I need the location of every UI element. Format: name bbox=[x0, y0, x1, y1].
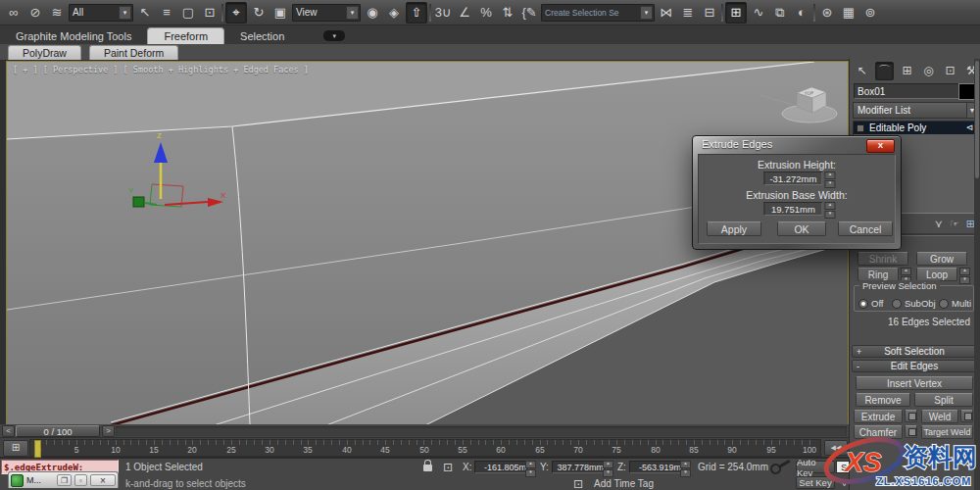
y-coord-field[interactable] bbox=[552, 461, 607, 473]
dialog-title[interactable]: Extrude Edges bbox=[702, 138, 772, 150]
angle-snap-icon[interactable]: ∠ bbox=[455, 3, 474, 23]
percent-snap-icon[interactable]: % bbox=[476, 3, 496, 23]
viewport-label[interactable]: [ + ] [ Perspective ] [ Smooth + Highlig… bbox=[13, 65, 309, 74]
mini-curve-editor-button[interactable]: ⊞ bbox=[3, 440, 28, 457]
tab-selection[interactable]: Selection bbox=[224, 28, 300, 44]
panel-scrollbar[interactable] bbox=[974, 59, 980, 490]
time-prev-button[interactable]: < bbox=[2, 425, 15, 437]
extrusion-height-field[interactable] bbox=[763, 172, 822, 185]
tab-polydraw[interactable]: PolyDraw bbox=[8, 45, 81, 60]
ok-button[interactable]: OK bbox=[777, 221, 826, 236]
loop-spinner[interactable]: ▲▼ bbox=[959, 268, 970, 284]
keyboard-override-icon[interactable]: ⇧ bbox=[406, 2, 427, 24]
stack-item-editable-poly[interactable]: Editable Poly ⊲ bbox=[854, 122, 976, 134]
render-setup-icon[interactable]: ⊛ bbox=[817, 3, 837, 23]
extrusion-height-spinner[interactable]: ▲▼ bbox=[824, 172, 835, 188]
ref-coord-system-dropdown[interactable]: View bbox=[292, 4, 361, 22]
rect-selection-region-icon[interactable]: ▢ bbox=[178, 3, 198, 23]
extrude-button[interactable]: Extrude bbox=[854, 410, 903, 423]
absolute-mode-icon[interactable]: ⊡ bbox=[443, 461, 453, 474]
x-coord-field[interactable] bbox=[474, 461, 529, 473]
align-icon[interactable]: ≣ bbox=[678, 3, 698, 23]
named-selection-set-dropdown[interactable]: Create Selection Se bbox=[541, 4, 655, 22]
separator[interactable] bbox=[721, 4, 723, 22]
add-time-tag[interactable]: Add Time Tag bbox=[594, 478, 654, 489]
tab-paint-deform[interactable]: Paint Deform bbox=[89, 45, 178, 60]
separator[interactable] bbox=[813, 4, 815, 22]
schematic-view-icon[interactable]: ⧉ bbox=[770, 3, 790, 23]
radio-subobj[interactable]: SubObj bbox=[892, 298, 936, 309]
remove-button[interactable]: Remove bbox=[856, 393, 910, 407]
separator[interactable] bbox=[429, 4, 431, 22]
insert-vertex-button[interactable]: Insert Vertex bbox=[856, 376, 973, 390]
mirror-icon[interactable]: ⋈ bbox=[657, 3, 676, 23]
select-and-rotate-icon[interactable]: ↻ bbox=[249, 3, 269, 23]
edit-named-sets-icon[interactable]: {✎ bbox=[519, 3, 539, 23]
track-bar-ruler[interactable]: 0510152025303540455055606570758085909510… bbox=[29, 439, 821, 457]
z-spinner[interactable]: ▲▼ bbox=[680, 461, 691, 477]
select-by-name-icon[interactable]: ≡ bbox=[157, 3, 176, 23]
show-end-result-icon[interactable]: ⋎ bbox=[935, 218, 943, 230]
grow-button[interactable]: Grow bbox=[916, 252, 967, 266]
select-and-manipulate-icon[interactable]: ◈ bbox=[384, 3, 404, 23]
bind-to-spacewarp-icon[interactable]: ≋ bbox=[47, 3, 67, 23]
add-time-tag-icon[interactable]: ⊡ bbox=[573, 477, 583, 490]
window-close-button[interactable]: × bbox=[90, 474, 116, 486]
tab-hierarchy-icon[interactable]: ⊞ bbox=[899, 63, 915, 79]
tab-graphite-modeling-tools[interactable]: Graphite Modeling Tools bbox=[0, 28, 147, 44]
floating-window-titlebar[interactable]: M... ❐ ▫ × bbox=[8, 471, 119, 488]
tab-create-icon[interactable]: ↖ bbox=[854, 63, 870, 79]
render-production-icon[interactable]: ⊚ bbox=[860, 3, 880, 23]
selection-filter-dropdown[interactable]: All bbox=[69, 4, 133, 22]
time-slider-handle[interactable]: 0 / 100 bbox=[16, 425, 100, 437]
radio-off[interactable]: Off bbox=[858, 298, 884, 309]
apply-button[interactable]: Apply bbox=[707, 221, 761, 236]
rendered-frame-icon[interactable]: ▦ bbox=[839, 3, 858, 23]
selection-lock-icon[interactable] bbox=[423, 465, 432, 471]
split-button[interactable]: Split bbox=[914, 393, 973, 407]
time-next-button[interactable]: > bbox=[102, 425, 115, 437]
extrusion-base-width-spinner[interactable]: ▲▼ bbox=[824, 202, 835, 219]
weld-settings-button[interactable] bbox=[960, 410, 973, 422]
set-keys-icon[interactable] bbox=[768, 462, 783, 476]
select-and-link-icon[interactable]: ∞ bbox=[4, 3, 24, 23]
dialog-close-button[interactable]: X bbox=[866, 139, 895, 153]
modifier-list-dropdown[interactable]: Modifier List bbox=[853, 102, 969, 119]
shrink-button[interactable]: Shrink bbox=[858, 252, 908, 266]
window-crossing-icon[interactable]: ⊡ bbox=[200, 3, 220, 23]
z-coord-field[interactable] bbox=[629, 461, 684, 473]
object-name-field[interactable] bbox=[854, 83, 959, 99]
select-and-scale-icon[interactable]: ▣ bbox=[270, 3, 290, 23]
layer-manager-icon[interactable]: ⊟ bbox=[700, 3, 719, 23]
window-restore-button[interactable]: ❐ bbox=[57, 474, 72, 486]
ribbon-minimize-button[interactable]: ▾ bbox=[323, 30, 345, 41]
window-minimize-button[interactable]: ▫ bbox=[74, 474, 87, 486]
separator[interactable] bbox=[221, 4, 223, 22]
extrude-settings-button[interactable] bbox=[905, 410, 917, 422]
loop-button[interactable]: Loop bbox=[916, 268, 957, 281]
time-slider-track[interactable] bbox=[116, 426, 847, 436]
tab-motion-icon[interactable]: ◎ bbox=[920, 63, 937, 79]
select-object-icon[interactable]: ↖ bbox=[135, 3, 155, 23]
unlink-selection-icon[interactable]: ⊘ bbox=[25, 3, 45, 23]
tab-freeform[interactable]: Freeform bbox=[147, 27, 224, 44]
stack-pin-icon[interactable]: ⊲ bbox=[965, 122, 973, 134]
viewcube-top-label[interactable]: TOP bbox=[805, 90, 813, 96]
ring-button[interactable]: Ring bbox=[858, 268, 899, 281]
edit-edges-rollout[interactable]: -Edit Edges bbox=[852, 360, 977, 372]
snap-3d-icon[interactable]: 3∪ bbox=[433, 3, 453, 23]
tab-modify-icon[interactable]: ⌒ bbox=[875, 62, 894, 80]
tab-display-icon[interactable]: ⊡ bbox=[942, 63, 958, 79]
weld-button[interactable]: Weld bbox=[921, 410, 958, 423]
select-and-move-icon[interactable]: ⌖ bbox=[225, 2, 247, 24]
use-pivot-center-icon[interactable]: ◉ bbox=[363, 3, 382, 23]
gizmo-y-handle[interactable] bbox=[133, 197, 144, 207]
make-unique-icon[interactable]: ☞ bbox=[950, 218, 959, 230]
ribbon-toggle-icon[interactable]: ⊞ bbox=[725, 2, 747, 24]
radio-multi[interactable]: Multi bbox=[939, 298, 971, 309]
x-spinner[interactable]: ▲▼ bbox=[525, 461, 536, 477]
y-spinner[interactable]: ▲▼ bbox=[603, 461, 613, 477]
curve-editor-icon[interactable]: ∿ bbox=[749, 3, 768, 23]
spinner-snap-icon[interactable]: ⇅ bbox=[498, 3, 517, 23]
material-editor-icon[interactable]: ◐ bbox=[792, 3, 811, 23]
